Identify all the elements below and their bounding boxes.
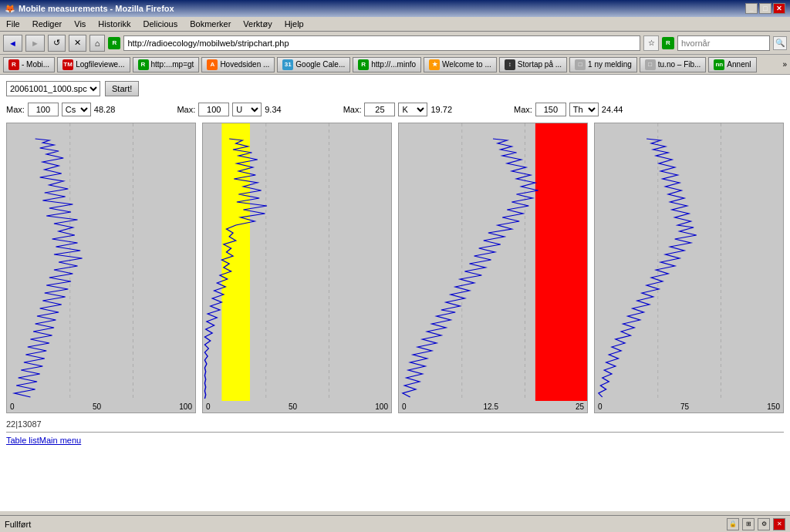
bookmark-welcome[interactable]: ★ Welcome to ... xyxy=(424,57,497,72)
bookmark-badge-minfo: R xyxy=(358,59,369,70)
axis-min-u: 0 xyxy=(206,402,211,411)
bookmark-badge-melding: □ xyxy=(575,59,586,70)
chart-svg-u xyxy=(203,123,391,401)
max-value-u: 9.34 xyxy=(265,105,281,114)
footer-links: Table list Main menu xyxy=(6,436,784,445)
chart-svg-th xyxy=(595,123,783,401)
bookmarks-overflow[interactable]: » xyxy=(782,60,787,69)
axis-max-k: 25 xyxy=(576,402,584,411)
search-addon-badge: R xyxy=(662,37,674,49)
chart-axis-k: 0 12.5 25 xyxy=(399,401,587,412)
close-button[interactable]: ✕ xyxy=(773,3,785,14)
bookmark-stortap[interactable]: ↕ Stortap på ... xyxy=(499,57,567,72)
bookmark-melding[interactable]: □ 1 ny melding xyxy=(569,57,637,72)
max-label-th: Max: xyxy=(514,105,532,114)
max-input-k[interactable] xyxy=(364,103,395,116)
axis-max-cs: 100 xyxy=(179,402,192,411)
chart-svg-k xyxy=(399,123,587,401)
bookmark-badge-stortap: ↕ xyxy=(505,59,515,70)
browser-icon: 🦊 xyxy=(5,4,15,14)
home-button[interactable]: ⌂ xyxy=(89,35,106,52)
axis-mid-th: 75 xyxy=(680,402,689,411)
max-group-th: Max: CsUKTh 24.44 xyxy=(514,103,623,116)
bookmark-badge-annenl: nn xyxy=(714,59,724,70)
axis-max-th: 150 xyxy=(767,402,780,411)
bookmark-hoved[interactable]: A Hovedsiden ... xyxy=(201,57,275,72)
bookmark-badge-welcome: ★ xyxy=(429,59,440,70)
stop-button[interactable]: ✕ xyxy=(69,35,86,52)
max-value-k: 19.72 xyxy=(430,105,452,114)
max-label-u: Max: xyxy=(177,105,195,114)
star-icon[interactable]: ☆ xyxy=(643,35,659,51)
menu-help[interactable]: Hjelp xyxy=(282,19,307,29)
main-content: 20061001_1000.spc Start! Max: CsUKTh 48.… xyxy=(0,75,790,511)
axis-mid-k: 12.5 xyxy=(483,402,498,411)
main-menu-link[interactable]: Main menu xyxy=(39,436,81,445)
axis-mid-u: 50 xyxy=(289,402,297,411)
bookmark-mobi[interactable]: R - Mobi... xyxy=(3,57,55,72)
max-input-u[interactable] xyxy=(198,103,229,116)
menubar: File Rediger Vis Historikk Delicious Bok… xyxy=(0,17,790,32)
search-input[interactable] xyxy=(677,35,770,51)
svg-rect-0 xyxy=(7,123,195,401)
axis-min-th: 0 xyxy=(598,402,603,411)
window-controls[interactable]: _ □ ✕ xyxy=(745,3,785,14)
reload-button[interactable]: ↺ xyxy=(48,35,66,52)
back-button[interactable]: ◄ xyxy=(3,35,22,52)
bookmark-annenl[interactable]: nn Annenl xyxy=(708,57,756,72)
max-input-th[interactable] xyxy=(535,103,566,116)
controls-row: 20061001_1000.spc Start! xyxy=(6,81,784,96)
minimize-button[interactable]: _ xyxy=(745,3,758,14)
element-select-u[interactable]: CsUKTh xyxy=(232,103,262,116)
element-select-cs[interactable]: CsUKTh xyxy=(62,103,91,116)
chart-axis-cs: 0 50 100 xyxy=(7,401,195,412)
axis-min-cs: 0 xyxy=(10,402,15,411)
bookmark-badge-tu: □ xyxy=(645,59,656,70)
chart-svg-cs xyxy=(7,123,195,401)
max-value-th: 24.44 xyxy=(602,105,623,114)
footer-divider xyxy=(6,432,784,433)
bookmark-badge-logfile: TM xyxy=(62,59,73,70)
chart-k: 0 12.5 25 xyxy=(398,123,588,413)
max-input-cs[interactable] xyxy=(28,103,59,116)
footer-info: 22|13087 xyxy=(6,419,784,429)
bookmark-badge-hoved: A xyxy=(207,59,218,70)
chart-th: 0 75 150 xyxy=(594,123,784,413)
bookmark-gcal[interactable]: 31 Google Cale... xyxy=(277,57,350,72)
svg-rect-11 xyxy=(595,123,783,401)
menu-delicious[interactable]: Delicious xyxy=(140,19,181,29)
max-group-cs: Max: CsUKTh 48.28 xyxy=(6,103,115,116)
element-select-k[interactable]: CsUKTh xyxy=(398,103,427,116)
address-input[interactable] xyxy=(123,35,640,51)
bookmark-minfo[interactable]: R http://...minfo xyxy=(353,57,421,72)
bookmark-http-mp[interactable]: R http:...mp=gt xyxy=(133,57,200,72)
bookmark-badge-mobi: R xyxy=(8,59,19,70)
addon-badge: R xyxy=(108,37,120,49)
table-list-link[interactable]: Table list xyxy=(6,436,39,445)
menu-bookmarks[interactable]: Bokmerker xyxy=(187,19,234,29)
start-button[interactable]: Start! xyxy=(105,81,139,96)
search-submit-icon[interactable]: 🔍 xyxy=(773,36,787,50)
chart-axis-th: 0 75 150 xyxy=(595,401,783,412)
menu-view[interactable]: Vis xyxy=(71,19,89,29)
bookmark-logfile[interactable]: TM Logfileviewe... xyxy=(57,57,130,72)
window-titlebar: 🦊 Mobile measurements - Mozilla Firefox … xyxy=(0,0,790,17)
bookmark-badge-gcal: 31 xyxy=(282,59,293,70)
charts-area: 0 50 100 0 50 100 xyxy=(6,123,784,413)
menu-history[interactable]: Historikk xyxy=(95,19,133,29)
max-label-k: Max: xyxy=(343,105,362,114)
chart-u: 0 50 100 xyxy=(202,123,392,413)
file-select[interactable]: 20061001_1000.spc xyxy=(6,81,100,96)
menu-file[interactable]: File xyxy=(3,19,23,29)
bookmark-badge-http-mp: R xyxy=(138,59,149,70)
element-select-th[interactable]: CsUKTh xyxy=(569,103,599,116)
max-group-u: Max: CsUKTh 9.34 xyxy=(177,103,281,116)
bookmark-tu[interactable]: □ tu.no – Fib... xyxy=(640,57,707,72)
axis-mid-cs: 50 xyxy=(93,402,101,411)
menu-edit[interactable]: Rediger xyxy=(29,19,66,29)
menu-tools[interactable]: Verktøy xyxy=(240,19,275,29)
chart-axis-u: 0 50 100 xyxy=(203,401,391,412)
forward-button[interactable]: ► xyxy=(25,35,45,52)
maximize-button[interactable]: □ xyxy=(759,3,771,14)
axis-min-k: 0 xyxy=(402,402,407,411)
